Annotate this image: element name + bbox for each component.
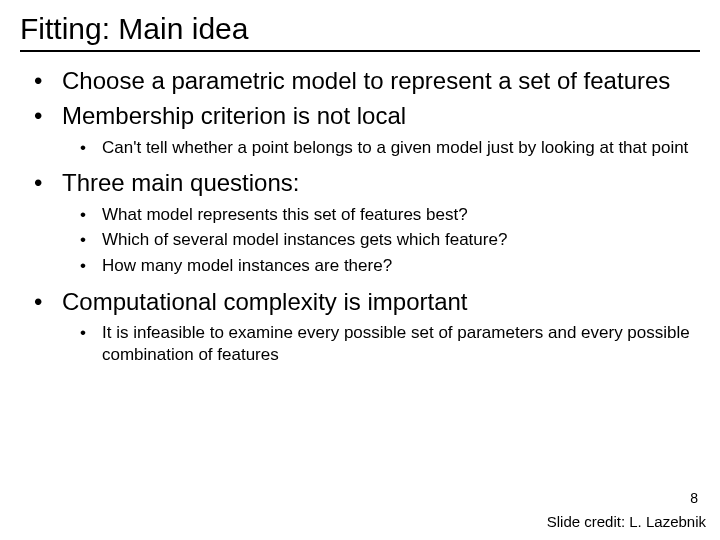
list-item: •How many model instances are there? xyxy=(80,255,700,277)
title-divider xyxy=(20,50,700,52)
bullet-dot-icon: • xyxy=(34,287,62,316)
list-item: •Choose a parametric model to represent … xyxy=(34,66,700,95)
bullet-text: Choose a parametric model to represent a… xyxy=(62,66,700,95)
list-item: •Which of several model instances gets w… xyxy=(80,229,700,251)
bullet-text: What model represents this set of featur… xyxy=(102,204,700,226)
bullet-list-level2: •Can't tell whether a point belongs to a… xyxy=(80,137,700,159)
bullet-list-level1: •Computational complexity is important xyxy=(34,287,700,316)
bullet-text: Membership criterion is not local xyxy=(62,101,700,130)
list-item: •Three main questions: xyxy=(34,168,700,197)
bullet-dot-icon: • xyxy=(80,137,102,159)
bullet-list-level2: •What model represents this set of featu… xyxy=(80,204,700,277)
list-item: •Can't tell whether a point belongs to a… xyxy=(80,137,700,159)
bullet-dot-icon: • xyxy=(34,66,62,95)
page-number: 8 xyxy=(690,490,698,506)
bullet-dot-icon: • xyxy=(80,255,102,277)
bullet-dot-icon: • xyxy=(80,322,102,366)
bullet-dot-icon: • xyxy=(80,204,102,226)
bullet-text: Computational complexity is important xyxy=(62,287,700,316)
slide: Fitting: Main idea •Choose a parametric … xyxy=(0,0,720,540)
bullet-text: It is infeasible to examine every possib… xyxy=(102,322,700,366)
bullet-text: Can't tell whether a point belongs to a … xyxy=(102,137,700,159)
slide-title: Fitting: Main idea xyxy=(20,12,700,46)
bullet-dot-icon: • xyxy=(80,229,102,251)
list-item: •Computational complexity is important xyxy=(34,287,700,316)
bullet-list-level1: •Three main questions: xyxy=(34,168,700,197)
bullet-list-level2: •It is infeasible to examine every possi… xyxy=(80,322,700,366)
bullet-dot-icon: • xyxy=(34,168,62,197)
slide-credit: Slide credit: L. Lazebnik xyxy=(547,513,706,530)
bullet-dot-icon: • xyxy=(34,101,62,130)
bullet-list-level1: •Choose a parametric model to represent … xyxy=(34,66,700,131)
list-item: •What model represents this set of featu… xyxy=(80,204,700,226)
bullet-text: Which of several model instances gets wh… xyxy=(102,229,700,251)
bullet-text: How many model instances are there? xyxy=(102,255,700,277)
list-item: •It is infeasible to examine every possi… xyxy=(80,322,700,366)
bullet-text: Three main questions: xyxy=(62,168,700,197)
list-item: •Membership criterion is not local xyxy=(34,101,700,130)
